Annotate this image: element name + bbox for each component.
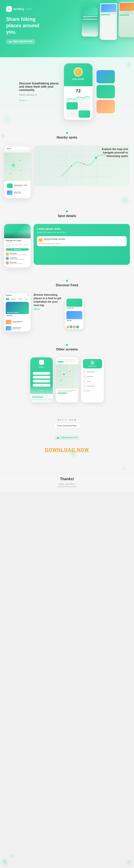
svg-point-25 xyxy=(60,380,62,381)
settings-item-3[interactable]: Privacy xyxy=(83,379,102,384)
filter-lake[interactable]: Lake xyxy=(24,298,28,300)
hero-title: Share hiking places around you. xyxy=(6,16,47,35)
login-username-field[interactable] xyxy=(33,372,50,375)
spot-cta-btn[interactable]: Explore Spot xyxy=(6,248,29,251)
discover-right-meta-2: ★★★★★ xyxy=(67,321,82,322)
settings-icon-1 xyxy=(83,370,86,373)
nearby-phone-bottom: Great place for a swim! ★★★★☆ 2.3 km For… xyxy=(4,181,31,198)
discover-big-label: How far to swim? xyxy=(7,312,19,313)
nearby-card-text-2: Forest Trail ★★★★★ 1.1 km xyxy=(14,191,21,194)
settings-icon-2 xyxy=(83,375,86,378)
profile-phone: Emily Daniels 72 xyxy=(64,63,92,120)
login-screen: territory Login Sign up xyxy=(30,358,53,402)
login-password-field[interactable] xyxy=(33,376,50,379)
other-phone-map xyxy=(56,358,78,402)
map-phone-list xyxy=(56,389,78,395)
spot-review-stars: ★★★★★ xyxy=(44,240,65,242)
profile-section: Discover breathtaking places and share t… xyxy=(0,57,134,128)
discover-big-bottom: Mark Rail ★★★★☆ xyxy=(6,314,29,318)
cta-store-btn[interactable]: Store Download Here xyxy=(54,423,80,428)
disc-avatar-4 xyxy=(76,326,79,328)
nearby-section: Nearby spots Nearby xyxy=(0,128,134,206)
svg-point-9 xyxy=(83,163,85,165)
nearby-map-container: Explore the map and navigate yourself to… xyxy=(34,146,130,186)
spot-section: Spot details Great place for a swim! ★★★… xyxy=(0,206,134,276)
settings-text-2: Notifications xyxy=(87,376,93,377)
login-submit-btn[interactable]: Login xyxy=(33,384,50,386)
svg-point-23 xyxy=(63,373,65,376)
spot-header: Spot details xyxy=(4,211,130,218)
svg-marker-3 xyxy=(66,96,90,101)
other-title: Other screens xyxy=(4,347,130,351)
map-list-item-1 xyxy=(57,390,77,391)
filter-forest[interactable]: Forest xyxy=(17,298,23,300)
nearby-phone-map xyxy=(4,152,31,181)
profile-score: 72 xyxy=(66,88,90,94)
login-btn-text: Login xyxy=(40,384,43,386)
spot-phone-image xyxy=(4,224,31,238)
map-phone-svg xyxy=(56,364,78,389)
spot-place-title: Great place for a swim! xyxy=(6,240,29,241)
filter-mountain[interactable]: Mountain xyxy=(10,298,17,300)
cta-download[interactable]: DOWNLOAD NOW xyxy=(4,447,130,453)
cta-section: GET IT NOW Store Download Here FREE PROT… xyxy=(0,410,134,473)
filter-all[interactable]: All xyxy=(6,298,9,300)
login-email-field[interactable] xyxy=(33,380,50,382)
login-signup-text[interactable]: Sign up xyxy=(40,390,44,391)
map-filter-2[interactable] xyxy=(64,361,69,363)
settings-text-4: Help & Support xyxy=(87,385,95,386)
spot-green-card: Lorem ipsum dolor people think good some… xyxy=(34,224,130,265)
gift-icon xyxy=(9,40,11,43)
settings-item-4[interactable]: Help & Support xyxy=(83,384,102,389)
map-filter-3[interactable] xyxy=(70,361,75,363)
login-content: territory Login Sign up xyxy=(30,358,53,394)
hero-phone-1 xyxy=(82,2,99,37)
profile-side-photos xyxy=(96,70,115,113)
profile-phone-body: 72 xyxy=(64,86,92,120)
spot-review-avatar xyxy=(39,238,43,242)
hero-phones xyxy=(82,2,134,41)
login-signup-link: Sign up xyxy=(33,388,50,392)
discover-big-image: How far to swim? xyxy=(6,302,29,314)
discover-phone-header: Discover 🔍 xyxy=(4,293,31,297)
nearby-card-text-1: Great place for a swim! ★★★★☆ 2.3 km xyxy=(14,185,27,187)
login-app-name: territory xyxy=(33,366,50,368)
map-list-item-3 xyxy=(57,393,67,394)
thanks-team: Explorehiking places xyxy=(4,486,130,488)
deco-cta-2 xyxy=(122,466,126,471)
discover-phone-search: 🔍 xyxy=(28,294,29,296)
login-bottom-line-1 xyxy=(32,395,51,396)
hero-badge[interactable]: FREE PROTOTYPE xyxy=(6,39,36,44)
map-search-bar[interactable] xyxy=(57,359,77,361)
brand-version: UI Kit xyxy=(26,8,32,10)
profile-mini-card-4 xyxy=(79,110,90,118)
map-filter-1[interactable] xyxy=(57,361,63,363)
profile-phone-header: Emily Daniels xyxy=(64,63,92,86)
other-dot xyxy=(66,344,68,346)
nearby-card-1: Great place for a swim! ★★★★☆ 2.3 km xyxy=(6,183,29,189)
settings-item-2[interactable]: Notifications xyxy=(83,374,102,379)
settings-text-5: About xyxy=(87,390,90,391)
spot-review-name: Claimed Domingo Gonzalez xyxy=(44,238,65,240)
spot-reviewer-2: Frank Sierra Adipiscing elit diam lorem … xyxy=(6,257,29,260)
discover-feed-img-1 xyxy=(6,320,11,324)
svg-point-24 xyxy=(69,370,71,372)
profile-chart xyxy=(66,95,90,101)
map-filter-row xyxy=(57,361,77,363)
nearby-tab: Nearby xyxy=(6,147,29,150)
discover-right-img-1 xyxy=(66,299,82,307)
hero-badge-text: FREE PROTOTYPE xyxy=(13,40,33,43)
other-layout: territory Login Sign up xyxy=(4,358,130,402)
settings-item-5[interactable]: About xyxy=(83,389,102,393)
side-photo-3 xyxy=(96,100,115,113)
settings-text-1: Profile Settings xyxy=(87,371,95,372)
settings-item-1[interactable]: Profile Settings xyxy=(83,370,102,374)
spot-green-subtitle: people think good some around you xyxy=(37,231,127,234)
disc-avatar-1 xyxy=(66,326,69,328)
spot-layout: Great place for a swim! ★★★★☆ Lorem ipsu… xyxy=(4,224,130,268)
thanks-title: Thanks! xyxy=(4,477,130,481)
map-phone-screen xyxy=(56,358,78,402)
profile-mini-card-2 xyxy=(79,102,90,110)
discover-feed-item-2: Lake View Trail ★★★★★ 2.8 km xyxy=(4,325,31,332)
discover-big-meta: ★★★★☆ xyxy=(7,316,28,317)
